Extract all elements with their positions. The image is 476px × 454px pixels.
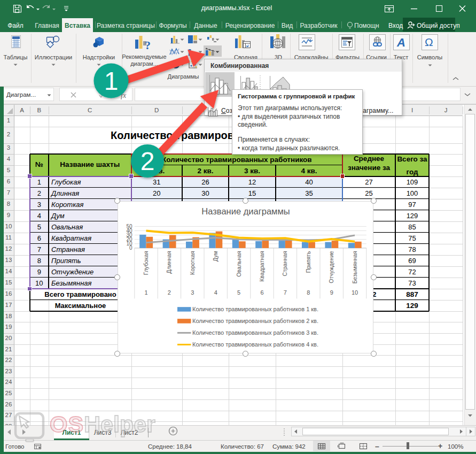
- svg-text:10: 10: [351, 289, 357, 296]
- svg-text:6: 6: [260, 289, 263, 296]
- svg-text:Квадратная: Квадратная: [259, 251, 265, 281]
- svg-text:Количество травмированных рабо: Количество травмированных работников 3 к…: [192, 329, 318, 336]
- svg-text:0: 0: [129, 245, 132, 251]
- svg-text:Количество травмированных рабо: Количество травмированных работников 1 к…: [192, 306, 318, 312]
- svg-text:Короткая: Короткая: [189, 251, 195, 275]
- svg-text:OS: OS: [50, 411, 84, 437]
- svg-text:7: 7: [283, 289, 286, 296]
- svg-text:Дум: Дум: [212, 251, 219, 261]
- svg-text:Количество травмированных рабо: Количество травмированных работников 2 к…: [192, 318, 318, 324]
- svg-text:1: 1: [144, 289, 147, 296]
- svg-text:3: 3: [191, 289, 194, 296]
- svg-text:Припять: Припять: [305, 250, 311, 272]
- svg-text:Название диаграммы: Название диаграммы: [201, 206, 290, 216]
- svg-text:fx: fx: [121, 91, 127, 99]
- svg-text:Количество травмированных рабо: Количество травмированных работников 4 к…: [192, 341, 318, 348]
- svg-text:2: 2: [167, 289, 170, 296]
- svg-text:Отчуждение: Отчуждение: [328, 251, 334, 283]
- svg-text:Овальная: Овальная: [235, 251, 241, 276]
- svg-text:Безымянная: Безымянная: [351, 251, 357, 283]
- svg-text:Глубокая: Глубокая: [143, 251, 149, 275]
- svg-text:Длинная: Длинная: [166, 251, 172, 273]
- svg-text:4: 4: [214, 289, 217, 296]
- svg-text:Странная: Странная: [282, 251, 288, 276]
- svg-text:9: 9: [330, 289, 333, 296]
- svg-text:8: 8: [307, 289, 310, 296]
- svg-text:?: ?: [145, 39, 151, 52]
- svg-text:Helper: Helper: [84, 411, 155, 437]
- svg-text:5: 5: [237, 289, 240, 296]
